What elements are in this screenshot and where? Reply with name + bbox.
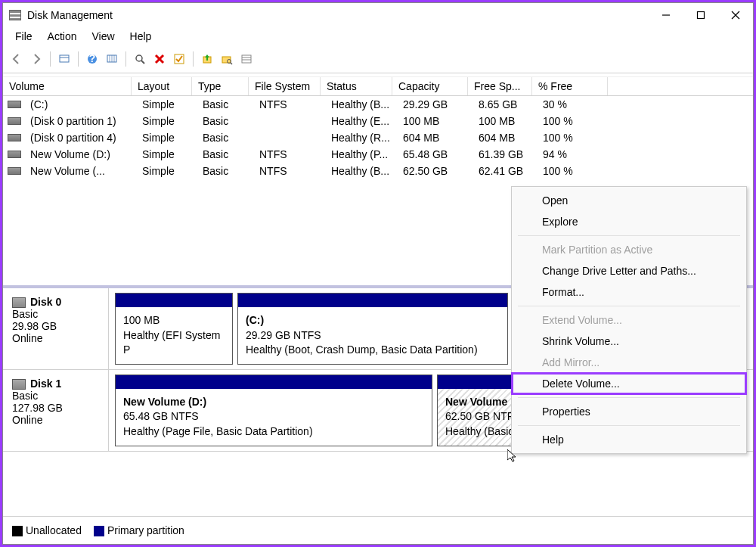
- separator-icon: [125, 51, 126, 67]
- volume-name: (C:): [24, 98, 136, 111]
- partition-header: [116, 294, 232, 307]
- partition-header: [238, 294, 507, 307]
- menu-separator: [518, 397, 740, 398]
- cell-fs: [253, 131, 325, 145]
- col-layout[interactable]: Layout: [132, 77, 192, 95]
- search-folder-icon[interactable]: [218, 50, 236, 68]
- close-button[interactable]: [718, 4, 753, 26]
- volume-row[interactable]: (Disk 0 partition 4) Simple Basic Health…: [3, 129, 753, 146]
- svg-rect-1: [698, 12, 705, 19]
- menu-item-explore[interactable]: Explore: [512, 211, 746, 232]
- col-free[interactable]: Free Sp...: [468, 77, 532, 95]
- cell-layout: Simple: [136, 131, 197, 145]
- cell-pct: 100 %: [537, 131, 612, 145]
- titlebar: Disk Management: [3, 3, 753, 27]
- legend: Unallocated Primary partition: [3, 516, 753, 544]
- volume-row[interactable]: New Volume (... Simple Basic NTFS Health…: [3, 163, 753, 179]
- legend-primary: Primary partition: [94, 524, 184, 536]
- partition[interactable]: (C:) 29.29 GB NTFS Healthy (Boot, Crash …: [237, 293, 508, 365]
- partition[interactable]: 100 MB Healthy (EFI System P: [115, 293, 233, 365]
- back-button[interactable]: [8, 50, 26, 68]
- drive-icon: [8, 167, 21, 175]
- menu-action[interactable]: Action: [42, 29, 83, 44]
- find-icon[interactable]: [131, 50, 149, 68]
- separator-icon: [193, 51, 194, 67]
- svg-text:?: ?: [89, 53, 96, 64]
- menu-item-mark-partition-as-active: Mark Partition as Active: [512, 239, 746, 260]
- cell-status: Healthy (R...: [325, 131, 397, 145]
- menu-item-change-drive-letter-and-paths[interactable]: Change Drive Letter and Paths...: [512, 260, 746, 281]
- menu-item-delete-volume[interactable]: Delete Volume...: [512, 373, 746, 394]
- cell-capacity: 65.48 GB: [397, 148, 472, 161]
- volume-row[interactable]: New Volume (D:) Simple Basic NTFS Health…: [3, 146, 753, 163]
- disk-size: 29.98 GB: [12, 320, 99, 332]
- col-status[interactable]: Status: [321, 77, 392, 95]
- volume-name: (Disk 0 partition 4): [24, 131, 136, 145]
- forward-button[interactable]: [27, 50, 45, 68]
- disk-icon: [12, 379, 26, 390]
- maximize-button[interactable]: [683, 4, 718, 26]
- cell-type: Basic: [197, 98, 253, 111]
- partition-body: (C:) 29.29 GB NTFS Healthy (Boot, Crash …: [238, 307, 507, 364]
- cell-pct: 30 %: [537, 98, 612, 111]
- square-icon: [94, 526, 104, 536]
- separator-icon: [50, 51, 51, 67]
- col-filesystem[interactable]: File System: [249, 77, 321, 95]
- menu-help[interactable]: Help: [124, 29, 158, 44]
- context-menu: OpenExploreMark Partition as ActiveChang…: [511, 186, 747, 454]
- menu-separator: [518, 235, 740, 236]
- disk-info: Disk 0 Basic 29.98 GB Online: [3, 288, 109, 369]
- list-view-icon[interactable]: [237, 50, 256, 68]
- cell-type: Basic: [197, 131, 253, 145]
- minimize-button[interactable]: [649, 4, 683, 26]
- drive-icon: [8, 101, 21, 108]
- svg-rect-4: [60, 55, 69, 62]
- volume-name: New Volume (...: [24, 164, 136, 178]
- menu-file[interactable]: File: [9, 29, 39, 44]
- disk-type: Basic: [12, 390, 99, 402]
- menu-item-extend-volume: Extend Volume...: [512, 309, 746, 331]
- col-volume[interactable]: Volume: [3, 77, 132, 95]
- legend-unallocated: Unallocated: [12, 524, 82, 536]
- cell-free: 100 MB: [472, 114, 537, 128]
- partition-label: New Volume (D:): [123, 395, 424, 410]
- menu-item-shrink-volume[interactable]: Shrink Volume...: [512, 331, 746, 352]
- delete-icon[interactable]: [150, 50, 169, 68]
- disk-state: Online: [12, 414, 99, 426]
- menu-item-help[interactable]: Help: [512, 429, 746, 450]
- menu-item-open[interactable]: Open: [512, 190, 746, 211]
- svg-point-9: [136, 55, 142, 61]
- help-icon[interactable]: ?: [83, 50, 101, 68]
- volume-name: (Disk 0 partition 1): [24, 114, 136, 128]
- cell-fs: NTFS: [253, 164, 325, 178]
- partition-header: [116, 375, 432, 389]
- check-icon[interactable]: [170, 50, 188, 68]
- up-arrow-icon[interactable]: [198, 50, 216, 68]
- menu-view[interactable]: View: [85, 29, 120, 44]
- cell-layout: Simple: [136, 114, 197, 128]
- disk-info: Disk 1 Basic 127.98 GB Online: [3, 370, 109, 451]
- cell-free: 62.41 GB: [472, 164, 537, 178]
- partition-status: Healthy (EFI System P: [123, 328, 225, 358]
- refresh-icon[interactable]: [55, 50, 73, 68]
- partition-status: Healthy (Boot, Crash Dump, Basic Data Pa…: [246, 343, 500, 358]
- menu-item-format[interactable]: Format...: [512, 281, 746, 303]
- app-icon: [9, 10, 21, 20]
- cell-fs: [253, 114, 325, 128]
- menubar: File Action View Help: [3, 27, 753, 48]
- partition[interactable]: New Volume (D:) 65.48 GB NTFS Healthy (P…: [115, 375, 432, 446]
- cell-status: Healthy (B...: [325, 98, 397, 111]
- col-capacity[interactable]: Capacity: [392, 77, 468, 95]
- col-pctfree[interactable]: % Free: [532, 77, 608, 95]
- menu-separator: [518, 425, 740, 426]
- volume-row[interactable]: (C:) Simple Basic NTFS Healthy (B... 29.…: [3, 96, 753, 113]
- menu-item-add-mirror: Add Mirror...: [512, 352, 746, 373]
- volume-row[interactable]: (Disk 0 partition 1) Simple Basic Health…: [3, 113, 753, 129]
- toolbar: ?: [3, 48, 753, 73]
- partition-size: 29.29 GB NTFS: [246, 328, 500, 343]
- col-type[interactable]: Type: [192, 77, 249, 95]
- volume-name: New Volume (D:): [24, 148, 136, 161]
- menu-item-properties[interactable]: Properties: [512, 401, 746, 422]
- svg-line-17: [231, 63, 232, 64]
- view-settings-icon[interactable]: [103, 50, 121, 68]
